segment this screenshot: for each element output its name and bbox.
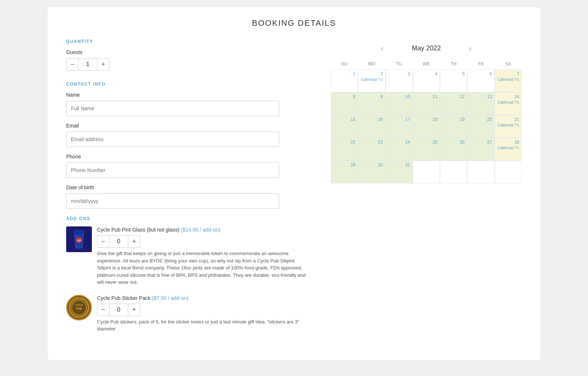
calendar-day[interactable]: 24 xyxy=(386,138,413,161)
phone-field: Phone xyxy=(66,154,309,178)
calendar-day-number: 10 xyxy=(388,94,410,99)
guests-label: Guests xyxy=(66,49,309,55)
calendar-day[interactable]: 28Call/email ?'s xyxy=(495,138,522,161)
calendar-day[interactable]: 11 xyxy=(413,92,440,115)
weekday-th: TH xyxy=(440,60,467,68)
calendar-day-number: 14 xyxy=(497,94,519,99)
calendar-day[interactable]: 8 xyxy=(331,92,358,115)
calendar-day[interactable]: 19 xyxy=(440,115,467,138)
addon-sticker-name: Cycle Pub Sticker Pack xyxy=(97,295,152,301)
calendar-day xyxy=(495,161,522,183)
calendar-day-number: 7 xyxy=(497,71,519,76)
guests-increment-button[interactable]: + xyxy=(97,58,110,71)
email-field: Email xyxy=(66,123,309,147)
calendar-day-number: 23 xyxy=(361,140,383,145)
calendar-day[interactable]: 17 xyxy=(386,115,413,138)
calendar-day[interactable]: 27 xyxy=(467,138,494,161)
calendar-day[interactable]: 7Call/email ?'s xyxy=(495,69,522,92)
pint-glass-increment-button[interactable]: + xyxy=(128,235,140,248)
calendar-day xyxy=(440,161,467,183)
calendar-day-number: 27 xyxy=(470,140,492,145)
calendar-day[interactable]: 6 xyxy=(467,69,494,92)
dob-input[interactable] xyxy=(66,193,279,209)
calendar-day-number: 29 xyxy=(333,162,355,168)
calendar-day[interactable]: 4 xyxy=(413,69,440,92)
pint-glass-icon: CP xyxy=(66,226,92,252)
calendar-day-number: 19 xyxy=(442,117,465,122)
calendar-day[interactable]: 12 xyxy=(440,92,467,115)
calendar-day[interactable]: 1 xyxy=(331,69,358,92)
calendar-day-number: 30 xyxy=(361,162,383,168)
calendar-event: Call/email ?'s xyxy=(361,77,383,82)
calendar-day[interactable]: 30 xyxy=(358,161,385,183)
sticker-increment-button[interactable]: + xyxy=(128,304,140,316)
weekday-sa: SA xyxy=(495,60,522,68)
calendar-day xyxy=(467,161,494,183)
pint-glass-quantity: 0 xyxy=(110,235,128,248)
sticker-decrement-button[interactable]: − xyxy=(97,304,110,316)
calendar-day-number: 20 xyxy=(470,117,492,122)
name-field: Name xyxy=(66,92,309,116)
calendar-day[interactable]: 14Call/email ?'s xyxy=(495,92,522,115)
page-container: BOOKING DETAILS QUANTITY Guests − 1 + CO… xyxy=(48,7,540,360)
calendar-day-number: 5 xyxy=(442,71,465,76)
calendar-day-number: 2 xyxy=(361,71,383,76)
svg-marker-1 xyxy=(74,230,84,235)
calendar-day[interactable]: 22 xyxy=(331,138,358,161)
calendar-day[interactable]: 9 xyxy=(358,92,385,115)
addon-pint-glass-info: Cycle Pub Pint Glass (but not glass) ($1… xyxy=(97,226,309,286)
calendar-day-number: 22 xyxy=(333,140,355,145)
calendar-event: Call/email ?'s xyxy=(497,100,519,105)
calendar-day[interactable]: 15 xyxy=(331,115,358,138)
calendar: ‹ May 2022 › SU MO TU WE TH FR SA xyxy=(331,39,522,187)
page-title: BOOKING DETAILS xyxy=(66,18,522,28)
svg-text:PUB: PUB xyxy=(76,307,82,310)
calendar-prev-button[interactable]: ‹ xyxy=(375,43,390,54)
calendar-day-number: 4 xyxy=(415,71,437,76)
calendar-day[interactable]: 21Call/email ?'s xyxy=(495,115,522,138)
calendar-day[interactable]: 26 xyxy=(440,138,467,161)
calendar-event: Call/email ?'s xyxy=(497,146,519,150)
calendar-day[interactable]: 29 xyxy=(331,161,358,183)
calendar-day[interactable]: 5 xyxy=(440,69,467,92)
calendar-day[interactable]: 2Call/email ?'s xyxy=(358,69,385,92)
phone-input[interactable] xyxy=(66,162,279,178)
weekday-fr: FR xyxy=(467,60,494,68)
calendar-day[interactable]: 20 xyxy=(467,115,494,138)
pint-glass-decrement-button[interactable]: − xyxy=(97,235,110,248)
weekday-tu: TU xyxy=(386,60,413,68)
calendar-day-number: 28 xyxy=(497,140,519,145)
calendar-day[interactable]: 18 xyxy=(413,115,440,138)
calendar-day[interactable]: 10 xyxy=(386,92,413,115)
addons-section-label: ADD ONS xyxy=(66,216,309,221)
calendar-day-number: 8 xyxy=(333,94,355,99)
calendar-day-number: 1 xyxy=(333,71,355,76)
sticker-icon: CYCLE PUB xyxy=(66,295,92,321)
guests-decrement-button[interactable]: − xyxy=(66,58,79,71)
calendar-day-number: 13 xyxy=(470,94,492,99)
calendar-event: Call/email ?'s xyxy=(497,123,519,128)
email-input[interactable] xyxy=(66,132,279,147)
calendar-day[interactable]: 25 xyxy=(413,138,440,161)
main-layout: QUANTITY Guests − 1 + CONTACT INFO Name … xyxy=(66,39,522,341)
addon-item-pint-glass: CP Cycle Pub Pint Glass (but not glass) … xyxy=(66,226,309,286)
calendar-day[interactable]: 3 xyxy=(386,69,413,92)
addon-item-sticker: CYCLE PUB Cycle Pub Sticker Pack ($7.50 … xyxy=(66,295,309,333)
name-input[interactable] xyxy=(66,101,279,116)
calendar-next-button[interactable]: › xyxy=(463,43,477,54)
addon-sticker-price: ($7.50 / add-on) xyxy=(152,295,189,301)
quantity-section-label: QUANTITY xyxy=(66,39,309,44)
calendar-day-number: 17 xyxy=(388,117,410,122)
sticker-quantity: 0 xyxy=(110,304,128,316)
left-panel: QUANTITY Guests − 1 + CONTACT INFO Name … xyxy=(66,39,309,341)
calendar-day xyxy=(413,161,440,183)
addon-pint-glass-price: ($14.00 / add-on) xyxy=(181,227,220,233)
calendar-grid: SU MO TU WE TH FR SA 12Call/email ?'s345… xyxy=(331,60,522,183)
calendar-days: 12Call/email ?'s34567Call/email ?'s89101… xyxy=(331,69,522,183)
calendar-day[interactable]: 13 xyxy=(467,92,494,115)
guests-value: 1 xyxy=(79,58,97,71)
calendar-day[interactable]: 31 xyxy=(386,161,413,183)
addon-pint-glass-controls: − 0 + xyxy=(97,235,309,248)
calendar-day[interactable]: 23 xyxy=(358,138,385,161)
calendar-day[interactable]: 16 xyxy=(358,115,385,138)
